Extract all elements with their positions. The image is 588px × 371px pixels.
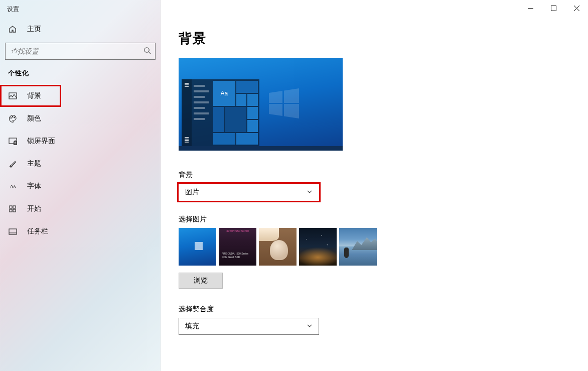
search-input[interactable] bbox=[10, 47, 143, 56]
svg-point-7 bbox=[11, 117, 12, 118]
sidebar-item-lockscreen[interactable]: 锁屏界面 bbox=[0, 130, 161, 152]
main-content: 背景 Aa 背景 图片 选择图片 bbox=[161, 0, 588, 371]
brush-icon bbox=[8, 159, 17, 168]
background-type-label: 背景 bbox=[179, 171, 570, 180]
combobox-value: 填充 bbox=[185, 322, 199, 331]
settings-window: 设置 主页 个性化 背景 bbox=[0, 0, 588, 371]
search-box[interactable] bbox=[5, 43, 156, 60]
svg-rect-17 bbox=[9, 229, 17, 234]
svg-rect-16 bbox=[13, 209, 16, 212]
sidebar-nav: 背景 颜色 锁屏界面 主题 AA bbox=[0, 85, 161, 242]
choose-picture-label: 选择图片 bbox=[179, 215, 570, 224]
sidebar: 设置 主页 个性化 背景 bbox=[0, 0, 161, 371]
background-type-combobox[interactable]: 图片 bbox=[179, 184, 319, 201]
picture-thumb-5[interactable] bbox=[339, 228, 377, 266]
svg-rect-13 bbox=[10, 206, 12, 208]
sidebar-item-themes[interactable]: 主题 bbox=[0, 153, 161, 175]
window-controls bbox=[519, 0, 588, 16]
sidebar-item-taskbar[interactable]: 任务栏 bbox=[0, 220, 161, 242]
picture-thumb-2[interactable] bbox=[219, 228, 256, 266]
preview-sample-text: Aa bbox=[213, 81, 235, 106]
page-title: 背景 bbox=[179, 30, 570, 47]
picture-icon bbox=[8, 91, 17, 100]
chevron-down-icon bbox=[307, 322, 313, 330]
sidebar-item-colors[interactable]: 颜色 bbox=[0, 107, 161, 130]
sidebar-item-label: 开始 bbox=[27, 204, 41, 213]
combobox-value: 图片 bbox=[185, 188, 199, 197]
minimize-button[interactable] bbox=[519, 0, 542, 16]
maximize-button[interactable] bbox=[542, 0, 565, 16]
svg-line-5 bbox=[149, 52, 151, 54]
sidebar-item-label: 字体 bbox=[27, 182, 41, 191]
sidebar-item-background[interactable]: 背景 bbox=[0, 85, 61, 107]
start-icon bbox=[8, 204, 17, 213]
home-label: 主页 bbox=[27, 25, 41, 34]
picture-thumb-1[interactable] bbox=[179, 228, 216, 266]
svg-rect-1 bbox=[551, 6, 556, 11]
sidebar-item-label: 锁屏界面 bbox=[27, 137, 55, 146]
svg-point-4 bbox=[144, 47, 149, 52]
windows-logo-icon bbox=[269, 88, 299, 118]
svg-rect-14 bbox=[13, 206, 16, 208]
chevron-down-icon bbox=[307, 188, 313, 196]
home-button[interactable]: 主页 bbox=[0, 19, 161, 40]
svg-point-9 bbox=[14, 117, 15, 118]
start-menu-preview: Aa bbox=[182, 79, 259, 146]
sidebar-item-label: 主题 bbox=[27, 159, 41, 168]
picture-thumbnails bbox=[179, 228, 570, 266]
fit-label: 选择契合度 bbox=[179, 305, 570, 314]
sidebar-item-label: 颜色 bbox=[27, 114, 41, 123]
browse-button[interactable]: 浏览 bbox=[179, 273, 223, 289]
sidebar-item-label: 任务栏 bbox=[27, 227, 48, 236]
search-container bbox=[5, 43, 156, 60]
palette-icon bbox=[8, 114, 17, 123]
close-button[interactable] bbox=[565, 0, 588, 16]
lock-monitor-icon bbox=[8, 137, 17, 146]
picture-thumb-4[interactable] bbox=[299, 228, 337, 266]
home-icon bbox=[8, 25, 17, 34]
sidebar-item-start[interactable]: 开始 bbox=[0, 198, 161, 220]
sidebar-item-fonts[interactable]: AA 字体 bbox=[0, 175, 161, 197]
sidebar-item-label: 背景 bbox=[27, 91, 41, 100]
svg-point-8 bbox=[12, 116, 13, 117]
taskbar-icon bbox=[8, 227, 17, 236]
font-icon: AA bbox=[8, 182, 17, 191]
search-icon bbox=[143, 47, 151, 56]
desktop-preview: Aa bbox=[179, 58, 343, 151]
fit-combobox[interactable]: 填充 bbox=[179, 318, 319, 335]
svg-rect-15 bbox=[10, 209, 12, 212]
category-header: 个性化 bbox=[0, 60, 161, 82]
picture-thumb-3[interactable] bbox=[259, 228, 297, 266]
app-title: 设置 bbox=[0, 0, 161, 19]
